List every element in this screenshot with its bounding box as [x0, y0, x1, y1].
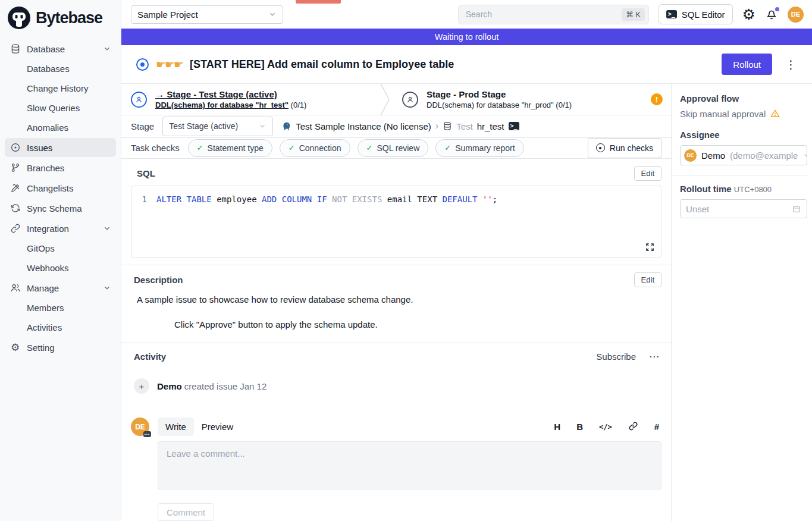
expand-icon[interactable] [645, 242, 655, 252]
description-title: Description [131, 275, 183, 285]
sidebar-item-sync-schema[interactable]: Sync Schema [5, 199, 116, 218]
sidebar-item-setting[interactable]: ⚙ Setting [5, 338, 116, 357]
sidebar-item-label: Database [27, 44, 65, 54]
open-sql-editor-icon[interactable]: >_ [509, 122, 519, 130]
tab-preview[interactable]: Preview [194, 418, 241, 436]
sidebar-item-webhooks[interactable]: Webhooks [5, 259, 116, 277]
sql-section-title: SQL [131, 168, 155, 178]
topbar: Sample Project Search ⌘ K >_ SQL Editor … [121, 0, 812, 29]
run-checks-button[interactable]: Run checks [588, 138, 661, 158]
database-icon [10, 43, 21, 55]
notifications-button[interactable] [765, 8, 778, 21]
stage-separator [380, 84, 393, 115]
hash-icon[interactable]: # [654, 422, 659, 432]
timezone-label: UTC+0800 [734, 185, 772, 194]
user-avatar[interactable]: DE [788, 7, 804, 23]
stage-card-prod[interactable]: Stage - Prod Stage DDL(schema) for datab… [393, 84, 651, 115]
sql-edit-button[interactable]: Edit [634, 166, 661, 181]
activity-action: created issue Jan 12 [182, 381, 267, 391]
sidebar-item-activities[interactable]: Activities [5, 318, 116, 337]
code-icon[interactable]: </> [599, 423, 612, 431]
brand-name: Bytebase [36, 9, 102, 27]
chevron-down-icon [103, 45, 111, 53]
breadcrumb-separator: › [435, 121, 438, 131]
activity-author: Demo [157, 381, 182, 391]
right-panel: Approval flow Skip manual approval Assig… [671, 84, 812, 521]
people-icon [10, 283, 21, 294]
check-pill-sql-review[interactable]: ✓SQL review [358, 139, 429, 157]
sidebar-item-integration[interactable]: Integration [5, 219, 116, 238]
assignee-select[interactable]: DE Demo (demo@example [680, 145, 807, 165]
instance-link[interactable]: Test Sample Instance (No license) [296, 121, 431, 131]
left-sidebar: Bytebase Database Databases Change Histo… [0, 0, 121, 521]
sidebar-item-database[interactable]: Database [5, 39, 116, 58]
check-pill-label: Statement type [208, 143, 264, 153]
sql-editor[interactable]: 1 ALTER TABLE employee ADD COLUMN IF NOT… [131, 186, 661, 258]
sidebar-item-changelists[interactable]: Changelists [5, 178, 116, 197]
rollout-time-value: Unset [686, 204, 709, 214]
project-select[interactable]: Sample Project [131, 5, 283, 24]
check-pill-summary-report[interactable]: ✓Summary report [435, 139, 523, 157]
chevron-down-icon [268, 10, 277, 18]
sidebar-item-label: Slow Queries [27, 103, 80, 113]
stage-text: Stage - Prod Stage DDL(schema) for datab… [427, 89, 572, 109]
sidebar-item-label: Branches [27, 163, 64, 173]
sync-icon [10, 203, 21, 214]
stage-select-value: Test Stage (active) [169, 121, 238, 131]
comment-textarea[interactable] [158, 441, 661, 489]
sidebar-item-manage[interactable]: Manage [5, 278, 116, 297]
sidebar-item-label: Members [27, 303, 64, 313]
check-pill-statement-type[interactable]: ✓Statement type [188, 139, 272, 157]
subscribe-button[interactable]: Subscribe [596, 351, 636, 362]
check-pill-connection[interactable]: ✓Connection [280, 139, 350, 157]
rollout-time-input[interactable]: Unset [680, 199, 807, 218]
heading-icon[interactable]: H [554, 422, 560, 432]
sql-editor-label: SQL Editor [682, 10, 725, 20]
notification-dot [775, 7, 779, 11]
description-edit-button[interactable]: Edit [634, 272, 661, 287]
stage-title-text: Stage - Prod Stage [427, 89, 572, 99]
tab-write[interactable]: Write [158, 418, 194, 436]
sidebar-item-branches[interactable]: Branches [5, 158, 116, 177]
comment-composer: DE ••• Write Preview H B </> [121, 401, 671, 521]
stage-select[interactable]: Test Stage (active) [162, 117, 273, 136]
issue-header: ☛☛☛ [START HERE] Add email column to Emp… [121, 45, 812, 83]
rollout-button[interactable]: Rollout [722, 54, 772, 75]
ribbon-fragment [296, 0, 341, 4]
chevron-down-icon [258, 122, 267, 130]
sidebar-item-label: Anomalies [27, 123, 68, 133]
sidebar-item-databases[interactable]: Databases [5, 59, 116, 78]
comment-avatar-wrap: DE ••• [131, 418, 149, 436]
stage-label: Stage [131, 121, 154, 131]
brand-logo[interactable]: Bytebase [0, 0, 121, 37]
database-icon [443, 121, 452, 131]
stage-card-test[interactable]: → Stage - Test Stage (active) DDL(schema… [121, 84, 380, 115]
assignee-label: Assignee [680, 130, 807, 140]
check-icon: ✓ [366, 143, 373, 152]
sidebar-item-change-history[interactable]: Change History [5, 79, 116, 98]
sidebar-item-gitops[interactable]: GitOps [5, 239, 116, 258]
settings-gear-button[interactable]: ⚙ [742, 7, 755, 22]
check-pill-label: Summary report [455, 143, 515, 153]
sql-editor-button[interactable]: >_ SQL Editor [659, 4, 733, 24]
task-checks-label: Task checks [131, 143, 180, 153]
sidebar-item-label: Integration [27, 224, 69, 234]
sidebar-item-issues[interactable]: Issues [5, 138, 116, 157]
calendar-icon [792, 204, 801, 214]
link-icon[interactable] [628, 421, 638, 433]
kebab-menu-button[interactable]: ⋮ [779, 58, 802, 71]
stage-task-link[interactable]: DDL(schema) for database "hr_test" [155, 101, 289, 109]
main-column: Sample Project Search ⌘ K >_ SQL Editor … [121, 0, 812, 521]
sidebar-item-members[interactable]: Members [5, 299, 116, 317]
description-line: Click "Approve" button to apply the sche… [174, 319, 661, 329]
bold-icon[interactable]: B [576, 422, 583, 432]
arrow-glyph: → [155, 89, 164, 99]
search-input[interactable]: Search ⌘ K [458, 5, 649, 24]
comment-submit-button[interactable]: Comment [158, 503, 214, 521]
description-section: Description Edit A sample issue to showc… [121, 265, 671, 343]
activity-more-button[interactable]: ⋯ [647, 350, 661, 363]
sidebar-item-slow-queries[interactable]: Slow Queries [5, 99, 116, 117]
sidebar-item-anomalies[interactable]: Anomalies [5, 118, 116, 137]
issue-title: [START HERE] Add email column to Employe… [190, 58, 454, 71]
database-link[interactable]: hr_test [477, 121, 504, 131]
